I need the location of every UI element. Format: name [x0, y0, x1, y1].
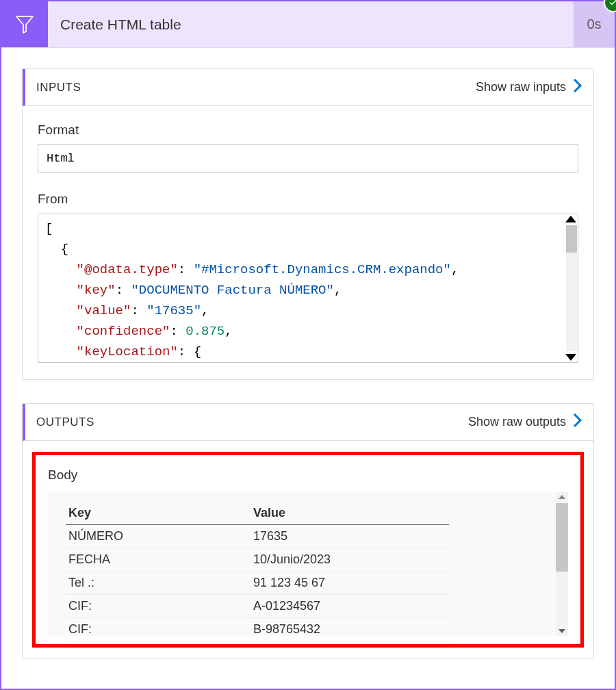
outputs-panel-header: OUTPUTS Show raw outputs: [23, 404, 593, 441]
outputs-panel: OUTPUTS Show raw outputs Body: [22, 403, 594, 659]
table-cell-value: 10/Junio/2023: [251, 548, 449, 572]
html-output-table: Key Value NÚMERO17635FECHA10/Junio/2023T…: [66, 502, 449, 641]
table-row: FECHA10/Junio/2023: [66, 548, 449, 572]
show-raw-inputs-label: Show raw inputs: [476, 80, 566, 94]
table-row: CIF:B-98765432: [66, 618, 449, 641]
from-json-viewer[interactable]: [ { "@odata.type": "#Microsoft.Dynamics.…: [38, 214, 578, 363]
format-label: Format: [38, 123, 578, 138]
table-cell-value: B-98765432: [251, 618, 449, 641]
body-highlight-annotation: Body Key Value NÚMERO17635FECHA10/Junio/…: [32, 452, 584, 648]
card-header[interactable]: Create HTML table 0s: [1, 1, 615, 48]
card-content: INPUTS Show raw inputs Format Html From …: [1, 48, 615, 690]
scrollbar-thumb[interactable]: [566, 225, 577, 253]
inputs-panel-header: INPUTS Show raw inputs: [23, 69, 593, 106]
inputs-title: INPUTS: [36, 81, 81, 94]
table-row: NÚMERO17635: [66, 525, 449, 548]
inputs-panel: INPUTS Show raw inputs Format Html From …: [22, 68, 594, 380]
table-cell-key: Tel .:: [66, 572, 251, 595]
action-card: Create HTML table 0s INPUTS Show raw inp…: [1, 1, 615, 689]
inputs-panel-body: Format Html From [ { "@odata.type": "#Mi…: [23, 106, 593, 379]
body-content-viewer[interactable]: Key Value NÚMERO17635FECHA10/Junio/2023T…: [48, 492, 568, 636]
from-label: From: [38, 192, 578, 207]
scrollbar-thumb[interactable]: [556, 503, 568, 572]
table-cell-value: 91 123 45 67: [251, 572, 449, 595]
scroll-up-icon[interactable]: [559, 495, 565, 499]
table-cell-value: 17635: [251, 525, 449, 548]
table-cell-key: CIF:: [66, 595, 251, 618]
table-header-key: Key: [66, 502, 251, 525]
format-value[interactable]: Html: [38, 144, 578, 172]
show-raw-outputs-label: Show raw outputs: [468, 415, 566, 429]
table-header-value: Value: [251, 502, 449, 525]
show-raw-outputs-link[interactable]: Show raw outputs: [468, 413, 582, 432]
body-label: Body: [48, 468, 568, 483]
filter-icon: [1, 1, 48, 47]
action-title: Create HTML table: [48, 1, 574, 47]
chevron-right-icon: [573, 413, 582, 432]
table-cell-key: CIF:: [66, 618, 251, 641]
table-cell-value: A-01234567: [251, 595, 449, 618]
table-cell-key: NÚMERO: [66, 525, 251, 548]
scroll-down-icon[interactable]: [559, 629, 565, 633]
scroll-up-icon[interactable]: [565, 216, 576, 222]
outputs-panel-body: Body Key Value NÚMERO17635FECHA10/Junio/…: [23, 441, 593, 659]
show-raw-inputs-link[interactable]: Show raw inputs: [476, 78, 582, 97]
chevron-right-icon: [573, 78, 582, 97]
scroll-down-icon[interactable]: [565, 354, 576, 361]
table-row: CIF:A-01234567: [66, 595, 449, 618]
outputs-title: OUTPUTS: [36, 416, 94, 429]
table-row: Tel .:91 123 45 67: [66, 572, 449, 595]
table-cell-key: FECHA: [66, 548, 251, 572]
